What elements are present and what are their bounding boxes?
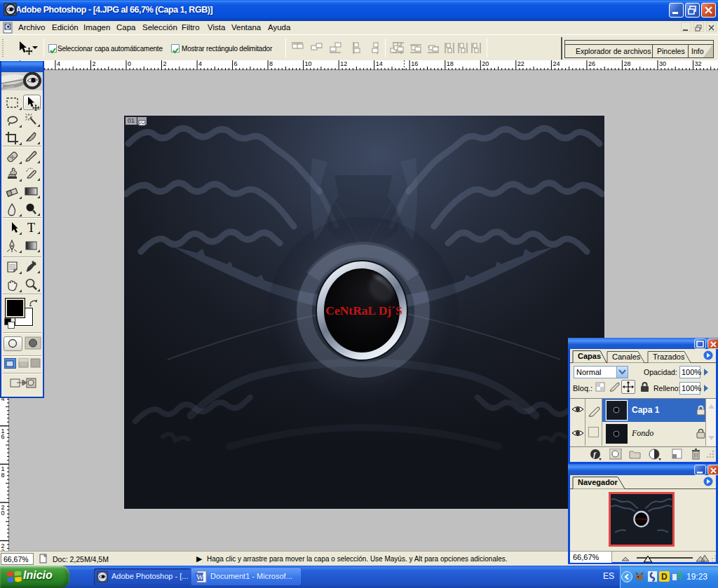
svg-text:26: 26 [588,60,595,67]
svg-text:22: 22 [517,60,524,67]
svg-text:0: 0 [128,60,131,67]
svg-text:Canales: Canales [612,353,641,361]
svg-text:24: 24 [553,60,560,67]
svg-text:T: T [27,221,35,235]
svg-text:4: 4 [57,60,60,67]
svg-text:4: 4 [198,60,202,67]
svg-text:30: 30 [659,60,666,67]
svg-text:6: 6 [234,60,238,67]
svg-text:20: 20 [482,60,489,67]
svg-text:Navegador: Navegador [578,478,618,486]
svg-text:2: 2 [163,60,167,67]
svg-text:6: 6 [1,433,5,440]
svg-text:CeNtRaL: CeNtRaL [635,517,648,521]
svg-text:CeNtRaL Dj´S: CeNtRaL Dj´S [325,303,402,317]
svg-text:0: 0 [1,510,5,517]
svg-text:2: 2 [93,60,96,67]
svg-text:8: 8 [269,60,273,67]
svg-text:12: 12 [340,60,347,67]
svg-text:10: 10 [305,60,312,67]
svg-text:W: W [196,573,204,581]
svg-text:32: 32 [695,60,702,67]
svg-text:8: 8 [1,472,5,479]
svg-text:Capas: Capas [578,352,601,360]
svg-text:14: 14 [376,60,383,67]
svg-text:16: 16 [411,60,418,67]
svg-text:28: 28 [623,60,630,67]
svg-text:18: 18 [447,60,454,67]
svg-text:Trazados: Trazados [653,353,685,361]
svg-text:D: D [661,572,668,582]
